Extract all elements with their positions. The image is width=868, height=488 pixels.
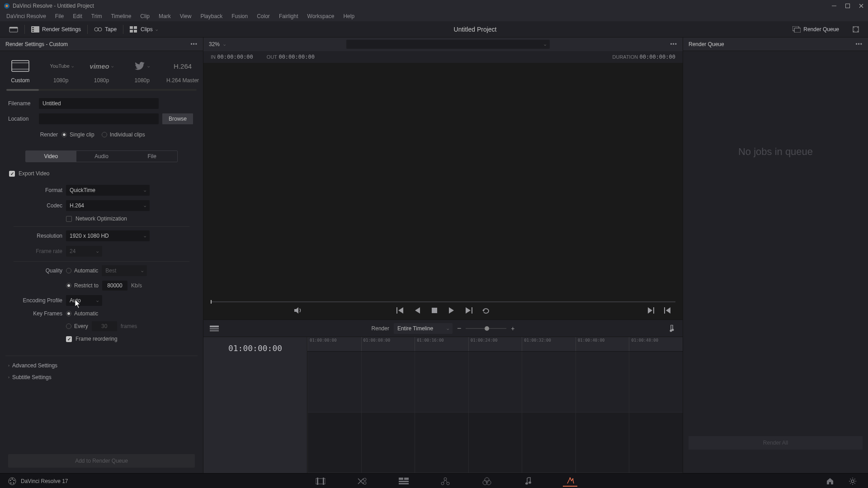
stop-button[interactable]	[430, 306, 439, 315]
tab-file[interactable]: File	[127, 151, 177, 162]
keyframes-auto-radio[interactable]: Automatic	[66, 310, 98, 317]
browse-button[interactable]: Browse	[162, 113, 193, 124]
first-frame-button[interactable]	[396, 306, 405, 315]
render-scope-select[interactable]: Entire Timeline⌵	[394, 323, 453, 334]
menu-file[interactable]: File	[51, 12, 68, 20]
tab-video[interactable]: Video	[26, 151, 76, 162]
advanced-settings-toggle[interactable]: ›Advanced Settings	[0, 360, 203, 371]
preset-scrollbar[interactable]	[6, 89, 197, 91]
app-icon	[4, 3, 10, 9]
menu-help[interactable]: Help	[339, 12, 359, 20]
export-video-check[interactable]: Export Video	[9, 170, 195, 177]
menu-trim[interactable]: Trim	[87, 12, 107, 20]
jump-end-button[interactable]	[646, 306, 656, 315]
svg-rect-51	[317, 478, 318, 485]
next-frame-button[interactable]	[464, 306, 473, 315]
tape-button[interactable]: Tape	[90, 24, 121, 34]
preset-h264[interactable]: H.264 H.264 Master	[162, 59, 203, 84]
bitrate-input[interactable]	[102, 281, 127, 291]
location-input[interactable]	[39, 113, 159, 124]
settings-icon[interactable]	[845, 476, 860, 487]
zoom-out-button[interactable]: −	[457, 324, 461, 333]
format-select[interactable]: QuickTime⌵	[66, 185, 150, 196]
page-fairlight[interactable]	[521, 476, 536, 487]
play-button[interactable]	[447, 306, 456, 315]
page-fusion[interactable]	[438, 476, 453, 487]
svg-marker-31	[449, 307, 454, 314]
panel-menu-icon[interactable]: •••	[190, 41, 198, 47]
render-single-radio[interactable]: Single clip	[61, 131, 94, 138]
menu-mark[interactable]: Mark	[154, 12, 175, 20]
preset-vimeo[interactable]: vimeo⌵ 1080p	[81, 59, 122, 84]
volume-icon[interactable]	[294, 306, 303, 315]
svg-marker-34	[482, 310, 485, 312]
out-label: OUT	[267, 54, 277, 60]
page-edit[interactable]	[396, 476, 411, 487]
menu-workspace[interactable]: Workspace	[303, 12, 339, 20]
subtitle-settings-toggle[interactable]: ›Subtitle Settings	[0, 371, 203, 383]
expand-icon[interactable]	[848, 24, 863, 34]
zoom-slider[interactable]	[466, 328, 506, 329]
menu-playback[interactable]: Playback	[196, 12, 227, 20]
timeline-view-icon[interactable]	[210, 324, 219, 333]
svg-point-48	[10, 482, 12, 483]
menu-view[interactable]: View	[175, 12, 196, 20]
preset-twitter[interactable]: ⌵ 1080p	[122, 59, 162, 84]
prev-frame-button[interactable]	[413, 306, 422, 315]
keyframes-every-radio[interactable]: Every	[66, 323, 88, 329]
svg-rect-7	[9, 27, 18, 28]
svg-rect-16	[130, 30, 133, 33]
tab-audio[interactable]: Audio	[76, 151, 127, 162]
quality-restrict-radio[interactable]: Restrict to	[66, 282, 99, 289]
menu-color[interactable]: Color	[252, 12, 274, 20]
svg-rect-10	[32, 29, 34, 30]
render-queue-panel: Render Queue ••• No jobs in queue Render…	[683, 38, 868, 473]
quality-auto-radio[interactable]: Automatic	[66, 267, 98, 274]
viewer-menu-icon[interactable]: •••	[670, 41, 677, 47]
zoom-in-button[interactable]: +	[511, 325, 514, 332]
video-track[interactable]	[307, 352, 683, 413]
queue-menu-icon[interactable]: •••	[855, 41, 863, 47]
audio-track[interactable]	[307, 413, 683, 474]
encoding-label: Encoding Profile	[8, 297, 62, 304]
network-opt-check[interactable]: Network Optimization	[66, 216, 127, 222]
menu-clip[interactable]: Clip	[136, 12, 154, 20]
timeline-select[interactable]: ⌵	[346, 40, 550, 49]
quick-export-icon[interactable]	[5, 24, 23, 35]
menu-edit[interactable]: Edit	[68, 12, 87, 20]
maximize-button[interactable]	[844, 3, 851, 9]
page-color[interactable]	[480, 476, 494, 487]
render-settings-panel: Render Settings - Custom ••• Custom YouT…	[0, 38, 203, 473]
zoom-select[interactable]: 32%⌵	[209, 41, 226, 47]
render-queue-button[interactable]: Render Queue	[788, 24, 844, 34]
menu-timeline[interactable]: Timeline	[106, 12, 136, 20]
audio-toggle-icon[interactable]	[667, 324, 676, 333]
queue-empty-message: No jobs in queue	[683, 146, 868, 158]
home-icon[interactable]	[823, 476, 837, 487]
clips-button[interactable]: Clips⌵	[125, 24, 162, 34]
render-individual-radio[interactable]: Individual clips	[102, 131, 145, 138]
timeline-ruler[interactable]: 01:00:00:00 01:00:08:00 01:00:16:00 01:0…	[307, 337, 683, 352]
page-cut[interactable]	[355, 476, 369, 487]
codec-select[interactable]: H.264⌵	[66, 200, 150, 211]
svg-point-49	[10, 479, 11, 481]
minimize-button[interactable]	[831, 3, 837, 9]
close-button[interactable]	[858, 3, 864, 9]
jump-start-button[interactable]	[663, 306, 672, 315]
loop-button[interactable]	[481, 306, 491, 315]
menu-davinci[interactable]: DaVinci Resolve	[2, 12, 51, 20]
frame-reorder-check[interactable]: Frame reordering	[66, 336, 118, 342]
svg-rect-14	[130, 26, 133, 29]
render-settings-button[interactable]: Render Settings	[27, 24, 85, 34]
menu-fairlight[interactable]: Fairlight	[274, 12, 303, 20]
encoding-select[interactable]: Auto⌵	[66, 295, 102, 306]
filename-input[interactable]	[39, 98, 159, 109]
viewer[interactable]	[203, 63, 683, 319]
menu-fusion[interactable]: Fusion	[227, 12, 252, 20]
preset-youtube[interactable]: YouTube⌵ 1080p	[41, 59, 81, 84]
preset-custom[interactable]: Custom	[0, 59, 41, 84]
render-scope-label: Render	[372, 325, 389, 332]
page-deliver[interactable]	[563, 476, 577, 487]
page-media[interactable]	[313, 476, 328, 487]
resolution-select[interactable]: 868 x 488 HD⌵	[66, 230, 150, 241]
